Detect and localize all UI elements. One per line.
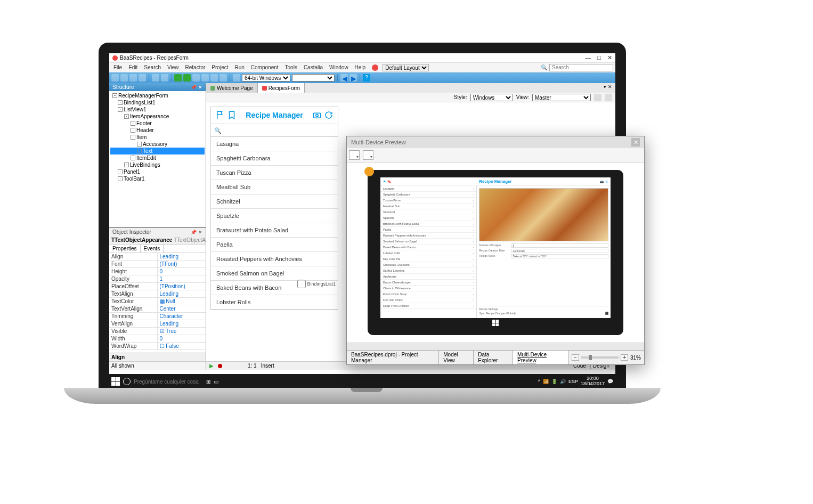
- tree-item[interactable]: ·Accessory: [110, 141, 205, 148]
- tool-stop[interactable]: [201, 74, 209, 82]
- prop-row[interactable]: Height0: [109, 268, 206, 275]
- recipe-item[interactable]: Spaghetti Carbonara: [211, 151, 338, 166]
- menu-run[interactable]: Run: [232, 64, 246, 71]
- mdp-orientation-select[interactable]: [363, 150, 373, 160]
- mdp-device-select[interactable]: [349, 150, 360, 160]
- tool-help[interactable]: ?: [363, 74, 370, 82]
- preview-list-item[interactable]: Tuscan Pizza: [380, 198, 476, 204]
- tree-item[interactable]: ·ItemAppearance: [110, 113, 205, 120]
- tab-data-explorer[interactable]: Data Explorer: [474, 351, 513, 364]
- menu-edit[interactable]: Edit: [126, 64, 140, 71]
- recipe-item[interactable]: Smoked Salmon on Bagel: [211, 266, 338, 281]
- recipe-item[interactable]: Spaetzle: [211, 209, 338, 223]
- prop-row[interactable]: Opacity1: [109, 275, 206, 283]
- recipe-item[interactable]: Lasagna: [211, 137, 338, 151]
- tool-folder2[interactable]: [161, 74, 168, 82]
- recipe-item[interactable]: Bratwurst with Potato Salad: [211, 223, 338, 238]
- tool-pause[interactable]: [192, 74, 200, 82]
- recipe-item[interactable]: Roasted Peppers with Anchovies: [211, 252, 338, 266]
- recipe-search-input[interactable]: [224, 127, 330, 134]
- preview-list-item[interactable]: Baked Beans with Bacon: [380, 245, 476, 250]
- preview-list-item[interactable]: Roasted Peppers with Anchovies: [380, 233, 476, 239]
- preview-list-item[interactable]: Bacon Cheeseburger: [380, 280, 476, 286]
- task-view-icon[interactable]: ⊞: [206, 379, 210, 385]
- view-select[interactable]: Master: [532, 94, 591, 101]
- tray-network-icon[interactable]: 📶: [543, 379, 549, 385]
- preview-list-item[interactable]: Clams in Whitesauce: [380, 286, 476, 291]
- tool-step-into[interactable]: [219, 74, 227, 82]
- prop-row[interactable]: PlaceOffset(TPosition): [109, 283, 206, 290]
- preview-list-item[interactable]: Key Lime Pie: [380, 256, 476, 262]
- preview-refresh-icon[interactable]: ↻: [605, 180, 608, 183]
- tree-item[interactable]: ·ToolBar1: [110, 175, 205, 182]
- tree-item[interactable]: ·Panel1: [110, 168, 205, 175]
- menu-window[interactable]: Window: [327, 64, 351, 71]
- multi-device-preview-window[interactable]: Multi-Device Preview ✕ ⚑ 🔖 Recipe Manage…: [346, 136, 645, 365]
- mdp-titlebar[interactable]: Multi-Device Preview ✕: [347, 136, 644, 148]
- menu-search[interactable]: Search: [142, 64, 163, 71]
- preview-list-item[interactable]: Fish and Chips: [380, 297, 476, 303]
- preview-list-item[interactable]: Spaetzle: [380, 215, 476, 221]
- maximize-button[interactable]: □: [597, 54, 601, 61]
- preview-list-item[interactable]: Fresh Onion Soup: [380, 291, 476, 297]
- recipe-item[interactable]: Meatball Sub: [211, 180, 338, 194]
- prop-row[interactable]: VertAlignLeading: [109, 320, 206, 328]
- tree-item[interactable]: ·Text: [110, 148, 205, 155]
- menu-tools[interactable]: Tools: [283, 64, 299, 71]
- cortana-icon[interactable]: [123, 378, 131, 385]
- menu-project[interactable]: Project: [209, 64, 230, 71]
- preview-camera-icon[interactable]: 📷: [600, 180, 604, 183]
- cortana-search[interactable]: [134, 379, 203, 385]
- menu-refactor[interactable]: Refactor: [183, 64, 208, 71]
- preview-bookmark-icon[interactable]: 🔖: [387, 180, 391, 183]
- flag-icon[interactable]: [215, 110, 225, 120]
- taskbar-app-1[interactable]: ▭: [214, 379, 218, 385]
- refresh-icon[interactable]: [324, 110, 334, 120]
- tool-saveall[interactable]: [139, 74, 146, 82]
- tab-dropdown-icon[interactable]: ▾ ✕: [600, 83, 615, 93]
- tool-save[interactable]: [129, 74, 137, 82]
- tree-item[interactable]: ·Header: [110, 127, 205, 134]
- preview-list-item[interactable]: Bratwurst with Potato Salad: [380, 221, 476, 227]
- desktop-icon[interactable]: [372, 64, 378, 71]
- prop-row[interactable]: TextAlignLeading: [109, 290, 206, 298]
- preview-list-item[interactable]: Deep Fried Chicken: [380, 303, 476, 309]
- preview-flag-icon[interactable]: ⚑: [383, 180, 386, 183]
- preview-recipe-list[interactable]: LasagnaSpaghetti CarbonaraTuscan PizzaMe…: [380, 186, 477, 318]
- tab-model-view[interactable]: Model View: [439, 351, 474, 364]
- start-button[interactable]: [111, 377, 120, 386]
- preview-list-item[interactable]: Paella: [380, 227, 476, 233]
- tab-multi-device-preview[interactable]: Multi-Device Preview: [513, 351, 568, 364]
- tool-forward[interactable]: ►: [349, 74, 357, 82]
- menu-help[interactable]: Help: [353, 64, 368, 71]
- layout-select[interactable]: Default Layout: [383, 64, 429, 71]
- preview-list-item[interactable]: Lasagna: [380, 186, 476, 192]
- camera-icon[interactable]: [312, 110, 322, 120]
- prop-row[interactable]: Font(TFont): [109, 261, 206, 268]
- tree-item[interactable]: ·ItemEdit: [110, 155, 205, 161]
- tray-up-icon[interactable]: ^: [538, 379, 540, 384]
- bindings-badge[interactable]: BindingsList1: [297, 280, 336, 288]
- tray-volume-icon[interactable]: 🔊: [560, 379, 566, 385]
- menu-file[interactable]: File: [111, 64, 124, 71]
- property-grid[interactable]: AlignLeadingFont(TFont)Height0Opacity1Pl…: [109, 253, 206, 353]
- preview-list-item[interactable]: Stuffed Linzeline: [380, 268, 476, 274]
- view-btn-1[interactable]: [594, 94, 601, 101]
- menu-component[interactable]: Component: [249, 64, 281, 71]
- menu-view[interactable]: View: [165, 64, 181, 71]
- tray-battery-icon[interactable]: 🔋: [551, 379, 557, 385]
- tree-item[interactable]: ·BindingsList1: [110, 99, 205, 106]
- tool-run-no-debug[interactable]: [183, 74, 191, 82]
- preview-list-item[interactable]: Lobster Rolls: [380, 250, 476, 256]
- oi-tab-properties[interactable]: Properties: [109, 245, 141, 253]
- tab-welcome[interactable]: Welcome Page: [206, 83, 258, 93]
- recipe-item[interactable]: Paella: [211, 238, 338, 252]
- tab-project-manager[interactable]: BaaSRecipes.dproj - Project Manager: [347, 351, 439, 364]
- preview-list-item[interactable]: Schnitzel: [380, 209, 476, 215]
- tree-item[interactable]: ·ListView1: [110, 106, 205, 113]
- config-select[interactable]: [292, 74, 335, 82]
- preview-list-item[interactable]: Chocolate Croissant: [380, 262, 476, 268]
- prop-row[interactable]: AlignLeading: [109, 253, 206, 261]
- prop-row[interactable]: Visible☑ True: [109, 328, 206, 335]
- recipe-search[interactable]: 🔍: [211, 124, 338, 137]
